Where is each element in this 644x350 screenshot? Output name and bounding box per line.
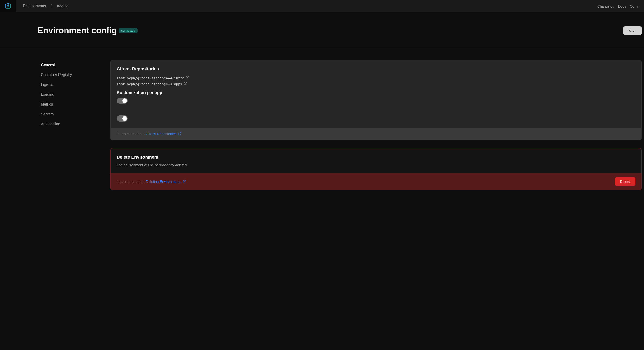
- delete-card-body: Delete Environment The environment will …: [110, 148, 642, 173]
- logo-box[interactable]: [0, 0, 16, 12]
- header-title-wrap: Environment config connected: [38, 25, 138, 35]
- header-section: Environment config connected Save: [0, 12, 644, 47]
- delete-card-title: Delete Environment: [117, 155, 635, 160]
- topbar-left: Environments / staging: [0, 0, 68, 12]
- delete-footer-left: Learn more about Deleting Environments: [117, 179, 186, 183]
- nav-docs-link[interactable]: Docs: [618, 4, 626, 8]
- logo-icon: [4, 2, 12, 9]
- breadcrumb-environments-link[interactable]: Environments: [23, 4, 46, 8]
- sidebar-item-secrets[interactable]: Secrets: [38, 109, 106, 119]
- topbar-right: Changelog Docs Comm: [597, 4, 640, 8]
- sidebar-item-metrics[interactable]: Metrics: [38, 99, 106, 109]
- gitops-card-footer: Learn more about Gitops Repositories: [110, 128, 642, 140]
- secondary-toggle[interactable]: [117, 115, 128, 121]
- sidebar-item-logging[interactable]: Logging: [38, 90, 106, 99]
- save-button[interactable]: Save: [623, 26, 642, 35]
- nav-changelog-link[interactable]: Changelog: [597, 4, 614, 8]
- repo-external-link-apps[interactable]: [184, 82, 187, 86]
- sidebar-item-container-registry[interactable]: Container Registry: [38, 70, 106, 80]
- gitops-card-title: Gitops Repositories: [117, 66, 635, 71]
- toggle-knob: [122, 98, 127, 103]
- sidebar: General Container Registry Ingress Loggi…: [38, 60, 106, 190]
- delete-footer-link[interactable]: Deleting Environments: [146, 179, 186, 183]
- topbar: Environments / staging Changelog Docs Co…: [0, 0, 644, 12]
- status-badge: connected: [119, 28, 138, 33]
- kustomization-toggle[interactable]: [117, 98, 128, 104]
- gitops-card-body: Gitops Repositories laszlocph/gitops-sta…: [110, 60, 642, 128]
- gitops-card: Gitops Repositories laszlocph/gitops-sta…: [110, 60, 642, 140]
- delete-card: Delete Environment The environment will …: [110, 148, 642, 190]
- nav-community-link[interactable]: Comm: [630, 4, 640, 8]
- gitops-footer-link[interactable]: Gitops Repositories: [146, 132, 182, 136]
- breadcrumb: Environments / staging: [16, 4, 68, 8]
- svg-line-2: [180, 133, 181, 134]
- toggle-knob: [122, 116, 127, 121]
- repo-external-link-infra[interactable]: [186, 76, 189, 80]
- svg-line-1: [185, 82, 187, 84]
- sidebar-item-general[interactable]: General: [38, 60, 106, 70]
- repo-line-infra: laszlocph/gitops-staging444-infra: [117, 76, 635, 80]
- external-link-icon: [186, 76, 189, 79]
- breadcrumb-current: staging: [56, 4, 68, 8]
- repo-name-apps: laszlocph/gitops-staging444-apps: [117, 82, 182, 86]
- external-link-icon: [178, 132, 182, 136]
- kustomization-title: Kustomization per app: [117, 90, 635, 95]
- svg-line-3: [184, 180, 186, 182]
- repo-line-apps: laszlocph/gitops-staging444-apps: [117, 82, 635, 86]
- delete-card-description: The environment will be permanently dele…: [117, 163, 635, 167]
- external-link-icon: [182, 180, 186, 183]
- delete-footer-prefix: Learn more about: [117, 179, 144, 183]
- external-link-icon: [184, 82, 187, 85]
- sidebar-item-ingress[interactable]: Ingress: [38, 80, 106, 90]
- page-title: Environment config: [38, 25, 117, 35]
- content: Gitops Repositories laszlocph/gitops-sta…: [110, 60, 642, 190]
- delete-button[interactable]: Delete: [615, 177, 635, 186]
- repo-name-infra: laszlocph/gitops-staging444-infra: [117, 76, 184, 80]
- svg-line-0: [187, 76, 189, 78]
- delete-card-footer: Learn more about Deleting Environments D…: [110, 173, 642, 190]
- main: General Container Registry Ingress Loggi…: [0, 47, 644, 199]
- breadcrumb-separator: /: [51, 4, 52, 8]
- sidebar-item-autoscaling[interactable]: Autoscaling: [38, 119, 106, 129]
- gitops-footer-prefix: Learn more about: [117, 132, 144, 136]
